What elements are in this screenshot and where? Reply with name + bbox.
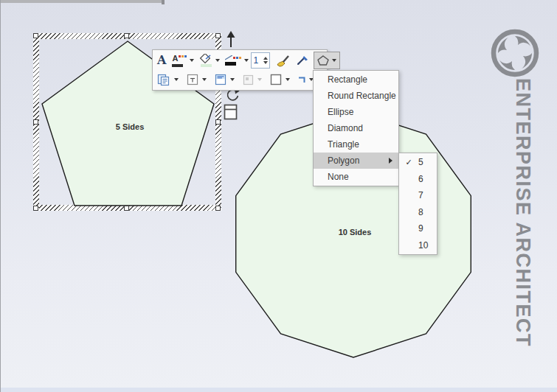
submenu-item-label: 7 xyxy=(418,190,423,200)
line-width-value: 1 xyxy=(253,55,262,66)
dock-panel-icon[interactable] xyxy=(224,104,238,121)
polygon-sides-submenu: ✓ 5 6 7 8 9 10 xyxy=(398,153,437,255)
format-painter-icon xyxy=(276,55,290,67)
eyedropper-icon xyxy=(296,55,309,66)
menu-item-ellipse[interactable]: Ellipse xyxy=(314,104,398,120)
line-width-up-icon[interactable] xyxy=(263,57,268,60)
menu-item-label: Round Rectangle xyxy=(328,91,396,101)
features-dropdown-arrow-icon[interactable] xyxy=(174,78,179,81)
font-button[interactable]: A xyxy=(156,54,167,67)
submenu-item-9[interactable]: 9 xyxy=(399,220,437,237)
header-style-dropdown-arrow-icon[interactable] xyxy=(230,78,235,81)
diagram-canvas[interactable]: ENTERPRISE ARCHITECT 5 Sides 10 Sides A xyxy=(0,0,557,392)
menu-item-label: Ellipse xyxy=(328,107,353,117)
font-color-icon: A xyxy=(172,55,187,63)
resize-handle-mid-right[interactable] xyxy=(215,119,221,125)
resize-handle-mid-left[interactable] xyxy=(33,119,38,125)
resize-handle-top-mid[interactable] xyxy=(124,33,129,38)
menu-item-diamond[interactable]: Diamond xyxy=(314,120,398,136)
submenu-item-label: 9 xyxy=(418,223,423,234)
border-style-icon xyxy=(270,74,282,85)
menu-item-round-rectangle[interactable]: Round Rectangle xyxy=(314,88,398,104)
toolbar-row-1: A A xyxy=(156,51,324,70)
disabled-style-icon xyxy=(243,74,254,85)
submenu-item-label: 10 xyxy=(418,240,428,251)
corner-style-icon xyxy=(298,77,305,83)
submenu-item-label: 6 xyxy=(418,174,423,184)
fill-color-button[interactable] xyxy=(198,53,214,68)
submenu-item-7[interactable]: 7 xyxy=(399,187,437,204)
corner-style-button[interactable] xyxy=(297,76,307,84)
submenu-item-5[interactable]: ✓ 5 xyxy=(399,154,437,171)
header-style-icon xyxy=(215,74,226,85)
border-style-dropdown-arrow-icon[interactable] xyxy=(286,78,290,81)
menu-item-polygon[interactable]: Polygon xyxy=(314,153,398,169)
menu-item-label: Diamond xyxy=(328,123,363,133)
menu-item-label: None xyxy=(328,172,349,182)
border-style-button[interactable] xyxy=(269,73,283,86)
pentagon-label: 5 Sides xyxy=(116,122,145,131)
text-align-icon xyxy=(187,74,198,85)
shape-menu: Rectangle Round Rectangle Ellipse Diamon… xyxy=(313,70,399,186)
line-width-spinner[interactable]: 1 xyxy=(251,52,270,69)
checkmark-icon: ✓ xyxy=(403,158,415,167)
menu-item-rectangle[interactable]: Rectangle xyxy=(314,71,398,88)
font-icon: A xyxy=(157,55,166,66)
disabled-style-dropdown-arrow-icon xyxy=(257,78,262,81)
decagon-label: 10 Sides xyxy=(339,228,372,237)
fill-color-dropdown-arrow-icon[interactable] xyxy=(215,59,220,62)
features-icon xyxy=(157,74,170,86)
floating-format-toolbar: A A xyxy=(152,49,328,91)
shape-dropdown-arrow-icon[interactable] xyxy=(332,59,336,62)
header-style-button[interactable] xyxy=(213,73,228,86)
quick-link-arrow-icon[interactable] xyxy=(225,31,237,48)
eyedropper-button[interactable] xyxy=(294,54,311,67)
toolbar-row-2 xyxy=(156,70,324,89)
submenu-item-8[interactable]: 8 xyxy=(399,204,437,221)
disabled-style-button xyxy=(241,74,255,86)
resize-handle-bottom-right[interactable] xyxy=(215,206,221,211)
resize-handle-bottom-left[interactable] xyxy=(33,206,38,211)
text-align-dropdown-arrow-icon[interactable] xyxy=(202,78,207,81)
menu-item-none[interactable]: None xyxy=(314,169,398,185)
menu-item-label: Rectangle xyxy=(328,74,367,85)
submenu-item-6[interactable]: 6 xyxy=(399,171,437,188)
pentagon-icon xyxy=(317,55,329,66)
shape-button[interactable] xyxy=(314,52,340,69)
submenu-item-10[interactable]: 10 xyxy=(399,237,437,254)
line-color-dropdown-arrow-icon[interactable] xyxy=(244,59,249,62)
fill-bucket-icon xyxy=(199,54,212,63)
feature-visibility-button[interactable] xyxy=(156,73,172,87)
resize-handle-bottom-mid[interactable] xyxy=(124,206,129,211)
text-align-button[interactable] xyxy=(185,73,200,86)
menu-item-label: Triangle xyxy=(328,139,359,150)
font-color-dropdown-arrow-icon[interactable] xyxy=(190,59,194,62)
line-width-down-icon[interactable] xyxy=(263,61,268,64)
menu-item-triangle[interactable]: Triangle xyxy=(314,136,398,153)
submenu-arrow-icon xyxy=(389,158,392,164)
menu-item-label: Polygon xyxy=(328,155,359,166)
submenu-item-label: 5 xyxy=(418,157,423,167)
font-color-button[interactable]: A xyxy=(170,54,188,68)
line-color-icon xyxy=(225,55,241,60)
resize-handle-top-right[interactable] xyxy=(215,33,221,38)
submenu-item-label: 8 xyxy=(418,207,423,217)
line-color-button[interactable] xyxy=(224,55,243,66)
resize-handle-top-left[interactable] xyxy=(33,33,38,38)
format-painter-button[interactable] xyxy=(274,54,291,68)
